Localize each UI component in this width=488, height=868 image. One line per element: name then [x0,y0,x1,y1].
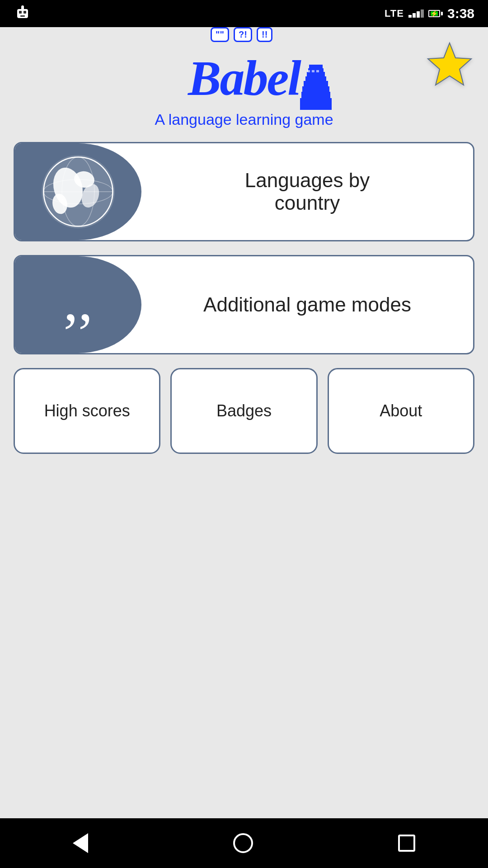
svg-rect-8 [307,72,325,76]
high-scores-button[interactable]: High scores [14,368,160,454]
status-bar-left [14,5,32,23]
languages-by-country-label: Languages by country [141,143,473,240]
lte-label: LTE [385,8,404,19]
logo-area: "" ?! !! Babel [155,41,333,128]
svg-rect-3 [20,15,25,17]
globe-icon [38,151,119,232]
svg-rect-13 [300,98,332,110]
nav-bar [0,818,488,868]
additional-game-modes-label: Additional game modes [141,256,473,353]
time-display: 3:38 [447,6,474,21]
about-button[interactable]: About [328,368,474,454]
back-button[interactable] [73,833,88,853]
badges-button[interactable]: Badges [170,368,317,454]
svg-rect-2 [23,11,26,14]
svg-point-5 [21,5,24,8]
status-bar: LTE ⚡ 3:38 [0,0,488,27]
svg-rect-1 [19,11,22,14]
svg-rect-9 [305,76,326,81]
star-icon[interactable] [425,41,474,97]
quote-icon-container: ,, [15,256,141,353]
status-icons: LTE ⚡ 3:38 [385,6,474,21]
svg-rect-15 [312,70,314,72]
svg-marker-17 [428,43,471,85]
svg-rect-7 [308,68,324,72]
app-logo: Babel [188,50,300,107]
svg-rect-10 [304,81,328,86]
languages-by-country-button[interactable]: Languages by country [14,142,474,241]
svg-rect-16 [316,70,319,72]
svg-rect-12 [301,92,330,98]
recent-button[interactable] [398,835,415,852]
globe-icon-container [15,143,141,240]
main-content: "" ?! !! Babel [0,27,488,818]
home-button[interactable] [233,833,253,853]
additional-game-modes-button[interactable]: ,, Additional game modes [14,255,474,354]
robot-icon [14,5,32,23]
signal-bars [408,9,424,18]
app-subtitle: A language learning game [155,111,333,128]
svg-rect-14 [307,70,310,72]
small-buttons-row: High scores Badges About [14,368,474,454]
svg-rect-6 [309,65,323,68]
tower-icon [300,65,332,110]
header: "" ?! !! Babel [14,41,474,128]
battery-icon: ⚡ [428,10,443,17]
svg-rect-11 [302,86,329,92]
quote-marks-icon: ,, [64,271,93,330]
